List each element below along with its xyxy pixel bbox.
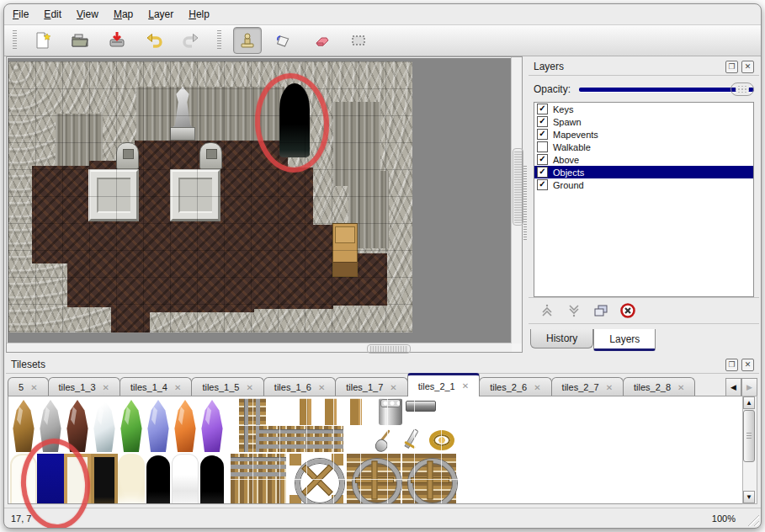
redo-button[interactable]	[177, 27, 205, 54]
dock-tab-layers[interactable]: Layers	[593, 329, 656, 351]
map-vertical-scrollbar[interactable]	[511, 57, 522, 343]
arch-black-tile[interactable]	[145, 454, 172, 504]
layer-checkbox[interactable]: ✓	[537, 104, 548, 114]
rail-joint-tile[interactable]	[231, 454, 286, 504]
layer-row-keys[interactable]: ✓Keys	[534, 103, 753, 115]
dock-tab-history[interactable]: History	[530, 329, 593, 348]
tab-close-icon[interactable]: ✕	[103, 383, 109, 392]
doorframe-dark-tile[interactable]	[91, 454, 118, 504]
layer-checkbox[interactable]	[537, 141, 548, 152]
tab-close-icon[interactable]: ✕	[677, 383, 684, 392]
layer-row-walkable[interactable]: Walkable	[534, 141, 753, 153]
close-panel-icon[interactable]	[741, 61, 754, 73]
delete-layer-button[interactable]	[619, 302, 636, 319]
tab-close-icon[interactable]: ✕	[606, 383, 613, 392]
rail-crossing-tile[interactable]	[347, 454, 401, 504]
crystal-brown[interactable]	[10, 398, 37, 452]
tab-scroll-left-icon[interactable]: ◀	[725, 378, 741, 396]
layer-row-ground[interactable]: ✓Ground	[534, 178, 753, 191]
scroll-up-icon[interactable]: ▲	[743, 396, 755, 409]
toolbar-gripper[interactable]	[13, 30, 17, 51]
select-tool-button[interactable]	[344, 27, 373, 54]
layer-row-spawn[interactable]: ✓Spawn	[534, 115, 753, 128]
panel-splitter-handle[interactable]	[523, 56, 528, 353]
layer-list[interactable]: ✓Keys✓Spawn✓MapeventsWalkable✓Above✓Obje…	[534, 102, 754, 297]
stamp-tool-button[interactable]	[233, 27, 262, 54]
tileset-tab-tiles_1_7[interactable]: tiles_1_7✕	[335, 377, 407, 396]
arch-black-2-tile[interactable]	[199, 454, 226, 504]
map-canvas[interactable]	[8, 58, 511, 343]
tileset-tab-tiles_1_4[interactable]: tiles_1_4✕	[120, 377, 192, 396]
tileset-tab-tiles_2_6[interactable]: tiles_2_6✕	[479, 377, 551, 396]
menu-item-help[interactable]: Help	[189, 8, 210, 20]
scroll-down-icon[interactable]: ▼	[743, 491, 755, 503]
tileset-content[interactable]	[8, 396, 744, 504]
wood-beams-tile[interactable]	[300, 398, 375, 425]
tileset-tab-tiles_2_8[interactable]: tiles_2_8✕	[623, 377, 695, 396]
eraser-tool-button[interactable]	[307, 27, 336, 54]
crystal-green[interactable]	[118, 398, 145, 452]
raise-layer-button[interactable]	[539, 302, 555, 319]
open-button[interactable]	[66, 27, 94, 54]
layer-row-above[interactable]: ✓Above	[534, 153, 753, 166]
rails-horizontal-tile[interactable]	[259, 426, 343, 452]
opacity-slider[interactable]	[579, 82, 754, 96]
duplicate-layer-button[interactable]	[592, 302, 609, 319]
tileset-tab-tiles_1_5[interactable]: tiles_1_5✕	[191, 377, 263, 396]
tileset-scrollbar[interactable]: ▲ ▼	[742, 396, 757, 504]
rope-coil-icon[interactable]	[429, 430, 454, 450]
layer-checkbox[interactable]: ✓	[537, 179, 548, 190]
tab-close-icon[interactable]: ✕	[534, 383, 540, 392]
menu-item-file[interactable]: File	[13, 8, 29, 20]
arch-faint-white-tile[interactable]	[10, 454, 37, 504]
save-button[interactable]	[103, 27, 131, 54]
metal-beam-tile[interactable]	[406, 401, 436, 412]
layer-checkbox[interactable]: ✓	[537, 116, 548, 127]
crystal-blue[interactable]	[145, 398, 172, 452]
menu-item-layer[interactable]: Layer	[148, 8, 173, 20]
tab-close-icon[interactable]: ✕	[318, 383, 325, 392]
rail-crossing-tile[interactable]	[402, 454, 456, 504]
tab-close-icon[interactable]: ✕	[462, 381, 469, 391]
tab-close-icon[interactable]: ✕	[246, 383, 252, 392]
selected-door-dark-blue-tile[interactable]	[37, 454, 64, 504]
float-panel-icon[interactable]	[725, 359, 738, 371]
sword-icon[interactable]	[399, 427, 422, 452]
crystal-silver[interactable]	[37, 398, 64, 452]
tileset-scrollbar-thumb[interactable]	[743, 410, 755, 462]
opacity-slider-track[interactable]	[579, 88, 754, 92]
resize-grip[interactable]	[746, 513, 759, 526]
layer-row-mapevents[interactable]: ✓Mapevents	[534, 128, 753, 141]
tileset-tab-tiles_2_1[interactable]: tiles_2_1✕	[407, 373, 480, 396]
new-file-button[interactable]	[29, 27, 57, 54]
shovel-icon[interactable]	[372, 427, 397, 452]
tab-close-icon[interactable]: ✕	[390, 383, 396, 392]
tileset-tab-tiles_2_7[interactable]: tiles_2_7✕	[551, 377, 624, 396]
crystal-purple[interactable]	[199, 398, 226, 452]
fill-tool-button[interactable]	[270, 27, 299, 54]
crystal-orange[interactable]	[172, 398, 199, 452]
toolbar-gripper[interactable]	[217, 30, 221, 51]
undo-button[interactable]	[140, 27, 168, 54]
float-panel-icon[interactable]	[725, 61, 738, 73]
close-panel-icon[interactable]	[741, 359, 754, 371]
tileset-tab-tiles_1_6[interactable]: tiles_1_6✕	[263, 377, 336, 396]
tab-scroll-right-icon[interactable]: ▶	[741, 378, 757, 396]
opacity-slider-handle[interactable]	[730, 82, 754, 96]
arch-pale-tile[interactable]	[172, 454, 199, 504]
lower-layer-button[interactable]	[566, 302, 582, 319]
crystal-white[interactable]	[91, 398, 118, 452]
tileset-tab-5[interactable]: 5✕	[8, 377, 49, 396]
layer-checkbox[interactable]: ✓	[537, 167, 548, 178]
tab-close-icon[interactable]: ✕	[174, 383, 181, 392]
crystal-maroon[interactable]	[64, 398, 91, 452]
menu-item-edit[interactable]: Edit	[44, 8, 61, 20]
layer-row-objects[interactable]: ✓Objects	[534, 166, 753, 178]
tileset-tab-tiles_1_3[interactable]: tiles_1_3✕	[48, 377, 120, 396]
rail-wheel-tile[interactable]	[290, 454, 343, 504]
map-horizontal-scrollbar[interactable]	[7, 343, 512, 352]
tileset-tiles[interactable]	[10, 398, 481, 504]
layer-checkbox[interactable]: ✓	[537, 154, 548, 165]
map-horizontal-scrollbar-thumb[interactable]	[367, 344, 411, 354]
map-content[interactable]	[8, 61, 412, 332]
